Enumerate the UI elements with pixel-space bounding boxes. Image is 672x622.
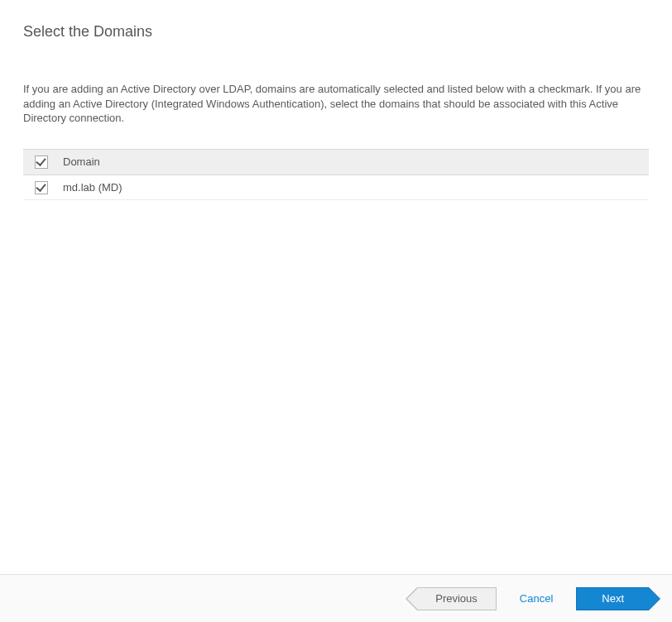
- cancel-button[interactable]: Cancel: [520, 592, 553, 605]
- wizard-page: Select the Domains If you are adding an …: [0, 0, 672, 622]
- content-area: Select the Domains If you are adding an …: [0, 0, 672, 574]
- page-title: Select the Domains: [23, 23, 649, 41]
- next-button-label: Next: [576, 587, 649, 610]
- previous-button-label: Previous: [417, 587, 497, 610]
- domain-row-checkbox[interactable]: [35, 181, 48, 194]
- table-row: md.lab (MD): [23, 175, 649, 200]
- domains-table-header: Domain: [23, 149, 649, 175]
- domain-column-header: Domain: [55, 149, 649, 175]
- domain-row-label: md.lab (MD): [55, 175, 649, 200]
- select-all-checkbox[interactable]: [35, 156, 48, 169]
- wizard-footer: Previous Cancel Next: [0, 574, 672, 622]
- description-text: If you are adding an Active Directory ov…: [23, 82, 649, 126]
- next-button[interactable]: Next: [576, 587, 649, 610]
- domains-table: Domain md.lab (MD): [23, 149, 649, 200]
- previous-button[interactable]: Previous: [417, 587, 497, 610]
